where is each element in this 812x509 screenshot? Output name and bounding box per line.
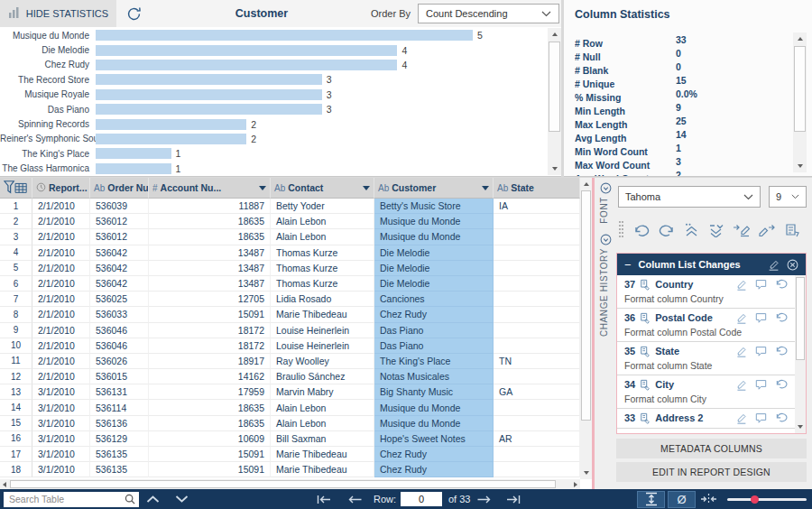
scroll-up-icon[interactable]	[584, 182, 589, 186]
table-cell[interactable]: 3/1/2010	[32, 462, 90, 477]
edit-pencil-icon[interactable]	[735, 279, 747, 291]
table-cell[interactable]: 3/1/2010	[32, 384, 90, 400]
redo-icon[interactable]	[659, 224, 675, 236]
fit-row-height-toggle[interactable]	[637, 491, 665, 508]
table-cell[interactable]: Canciones	[374, 292, 494, 307]
table-cell[interactable]: Thomas Kurze	[271, 276, 374, 292]
table-cell[interactable]: 11887	[149, 199, 271, 214]
font-size-select[interactable]: 9	[769, 186, 807, 208]
revert-change-icon[interactable]	[775, 346, 788, 357]
table-cell[interactable]: Chez Rudy	[374, 462, 494, 477]
table-cell[interactable]: 18172	[149, 323, 271, 338]
table-cell[interactable]: Notas Musicales	[374, 369, 494, 384]
table-cell[interactable]: 3/1/2010	[32, 431, 90, 447]
table-cell[interactable]	[494, 245, 580, 261]
table-cell[interactable]: Chez Rudy	[374, 447, 494, 462]
comment-bubble-icon[interactable]	[755, 412, 767, 424]
move-to-bottom-icon[interactable]	[708, 223, 724, 237]
table-cell[interactable]: GA	[494, 384, 580, 400]
table-cell[interactable]: 536136	[90, 416, 149, 431]
change-entry[interactable]: 35StateFormat column State	[617, 342, 806, 375]
table-cell[interactable]: Das Piano	[374, 338, 494, 354]
table-cell[interactable]: Betty Yoder	[271, 199, 374, 214]
table-cell[interactable]: Alain Lebon	[271, 214, 374, 229]
search-input[interactable]	[9, 494, 125, 504]
table-cell[interactable]: Marie Thibedeau	[271, 447, 374, 462]
table-select-all-cell[interactable]	[0, 178, 32, 199]
statistics-scrollbar[interactable]	[793, 32, 807, 172]
last-row-icon[interactable]	[505, 489, 521, 509]
table-cell[interactable]: Thomas Kurze	[271, 261, 374, 276]
edit-pencil-icon[interactable]	[735, 412, 747, 424]
scrollbar-thumb[interactable]	[581, 190, 591, 421]
table-cell[interactable]: Musique du Monde	[374, 214, 494, 229]
hide-statistics-button[interactable]: HIDE STATISTICS	[0, 0, 116, 27]
search-icon[interactable]	[125, 494, 135, 504]
scroll-left-icon[interactable]	[3, 482, 6, 487]
table-cell[interactable]: 18635	[149, 400, 271, 415]
table-cell[interactable]: Marie Thibedeau	[271, 462, 374, 477]
table-cell[interactable]: 2/1/2010	[32, 338, 90, 354]
table-cell[interactable]: TN	[494, 354, 580, 369]
row-number-cell[interactable]: 9	[0, 323, 32, 338]
table-cell[interactable]: 13487	[149, 245, 271, 261]
table-cell[interactable]: Braulio Sánchez	[271, 369, 374, 384]
column-header-customer[interactable]: AbCustomer	[374, 178, 494, 199]
zoom-slider[interactable]	[727, 489, 807, 509]
row-number-cell[interactable]: 2	[0, 214, 32, 229]
table-cell[interactable]: Marvin Mabry	[271, 384, 374, 400]
column-header-order-nu-[interactable]: AbOrder Nu...	[90, 178, 149, 199]
table-cell[interactable]: 536046	[90, 338, 149, 354]
table-cell[interactable]: 2/1/2010	[32, 354, 90, 369]
row-number-cell[interactable]: 11	[0, 354, 32, 369]
table-vertical-scrollbar[interactable]	[580, 178, 592, 479]
revert-change-icon[interactable]	[775, 379, 788, 391]
row-number-cell[interactable]: 8	[0, 307, 32, 322]
collapse-icon[interactable]: −	[624, 259, 632, 271]
column-header-state[interactable]: AbState	[494, 178, 580, 199]
table-cell[interactable]: Alain Lebon	[271, 400, 374, 415]
auto-hide-pin-icon[interactable]	[600, 182, 612, 194]
table-cell[interactable]: 3/1/2010	[32, 416, 90, 431]
table-cell[interactable]: Die Melodie	[374, 261, 494, 276]
comment-bubble-icon[interactable]	[755, 379, 767, 391]
scrollbar-thumb[interactable]	[549, 42, 560, 132]
table-cell[interactable]: Die Melodie	[374, 245, 494, 261]
table-cell[interactable]	[494, 338, 580, 354]
row-number-cell[interactable]: 1	[0, 199, 32, 214]
table-cell[interactable]	[494, 307, 580, 322]
collapse-columns-icon[interactable]	[700, 489, 717, 509]
table-cell[interactable]	[494, 447, 580, 462]
revert-change-icon[interactable]	[775, 412, 788, 424]
auto-hide-pin-icon[interactable]	[600, 234, 612, 245]
table-cell[interactable]: The King's Place	[374, 354, 494, 369]
table-cell[interactable]	[494, 323, 580, 338]
move-to-top-icon[interactable]	[684, 223, 699, 237]
search-previous-icon[interactable]	[145, 489, 161, 509]
change-entry[interactable]: 37CountryFormat column Country	[617, 275, 806, 309]
table-cell[interactable]: Die Melodie	[374, 276, 494, 292]
row-number-cell[interactable]: 4	[0, 245, 32, 261]
table-cell[interactable]	[494, 261, 580, 276]
table-cell[interactable]: Musique du Monde	[374, 400, 494, 415]
chart-bar[interactable]	[96, 74, 322, 85]
table-cell[interactable]: 15091	[149, 462, 271, 477]
table-cell[interactable]	[494, 462, 580, 477]
chart-bar[interactable]	[96, 30, 473, 41]
revert-change-icon[interactable]	[775, 312, 788, 324]
table-cell[interactable]: 536135	[90, 462, 149, 477]
table-cell[interactable]: 2/1/2010	[32, 307, 90, 322]
table-horizontal-scrollbar[interactable]	[0, 479, 580, 489]
table-cell[interactable]	[494, 416, 580, 431]
table-cell[interactable]: Louise Heinerlein	[271, 323, 374, 338]
change-entry[interactable]: 36Postal CodeFormat column Postal Code	[617, 309, 806, 342]
table-cell[interactable]: 3/1/2010	[32, 400, 90, 415]
table-cell[interactable]: 18172	[149, 338, 271, 354]
row-number-cell[interactable]: 12	[0, 369, 32, 384]
filter-dropdown-icon[interactable]	[363, 186, 370, 190]
table-cell[interactable]: Thomas Kurze	[271, 245, 374, 261]
table-cell[interactable]	[494, 276, 580, 292]
metadata-columns-button[interactable]: METADATA COLUMNS	[616, 439, 807, 458]
show-nulls-toggle[interactable]: Ø	[668, 491, 696, 508]
slider-track[interactable]	[727, 498, 807, 501]
